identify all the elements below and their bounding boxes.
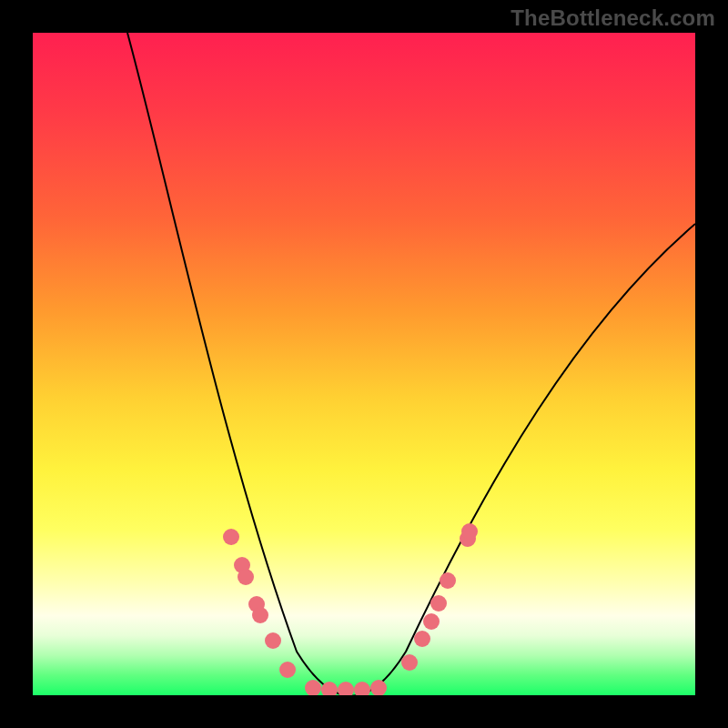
data-marker — [440, 572, 456, 589]
data-marker — [354, 682, 370, 695]
data-marker — [370, 680, 387, 695]
data-marker — [265, 632, 281, 649]
data-marker — [223, 529, 239, 545]
data-marker — [423, 613, 440, 630]
data-marker — [461, 523, 478, 540]
data-marker — [414, 631, 430, 647]
data-marker — [238, 569, 254, 585]
data-marker — [401, 654, 418, 671]
plot-area — [33, 33, 695, 695]
curve-svg — [33, 33, 695, 695]
data-marker — [252, 607, 268, 623]
bottleneck-curve — [127, 33, 695, 695]
data-marker — [430, 595, 447, 612]
chart-container: TheBottleneck.com — [0, 0, 728, 728]
watermark-text: TheBottleneck.com — [511, 5, 715, 31]
data-marker — [305, 680, 321, 695]
data-marker — [338, 682, 354, 695]
data-marker — [279, 662, 296, 678]
marker-group — [223, 523, 478, 695]
